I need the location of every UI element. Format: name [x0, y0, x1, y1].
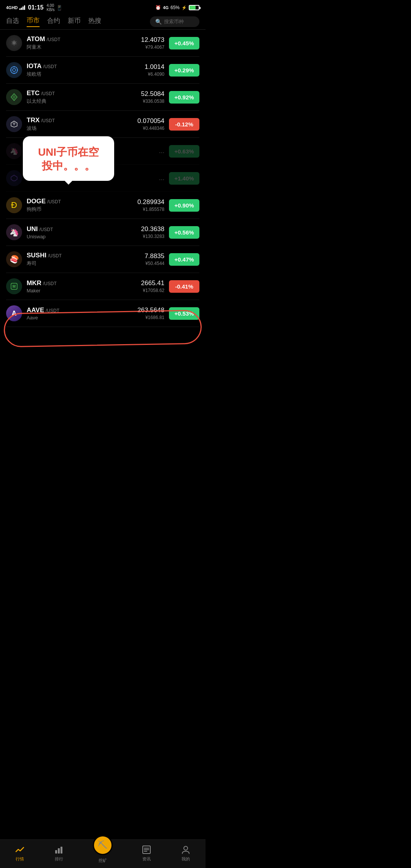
trx-prices: 0.070054 ¥0.448346 — [137, 117, 164, 131]
sushi-icon: 🍣 — [6, 251, 22, 267]
tooltip-bubble: UNI子币在空 投中。。。 — [23, 136, 114, 181]
uni-partial-icon: 🦄 — [6, 143, 22, 159]
doge-pair: /USDT — [47, 199, 61, 204]
tab-trending[interactable]: 热搜 — [88, 16, 101, 27]
coin-list: UNI子币在空 投中。。。 ⚛ ATOM /USDT 阿童木 12.4073 ¥… — [0, 30, 206, 327]
uni-change: +0.56% — [169, 226, 199, 239]
trx-fullname: 波场 — [27, 125, 137, 132]
trx-symbol: TRX — [27, 116, 40, 124]
doge-symbol: DOGE — [27, 198, 46, 205]
atom-pair: /USDT — [46, 37, 60, 42]
trx-change: -0.12% — [169, 118, 199, 131]
bolt-icon: ⚡ — [182, 5, 187, 10]
tooltip-line2: 投中。。。 — [34, 159, 103, 173]
etc-price: 52.5084 — [141, 90, 164, 98]
aave-cny: ¥1686.81 — [137, 315, 164, 320]
sim-icon: 📱 — [56, 5, 62, 11]
etc-pair: /USDT — [41, 91, 55, 96]
search-placeholder: 搜索币种 — [164, 18, 184, 25]
atom-price: 12.4073 — [141, 36, 164, 44]
sushi-pair: /USDT — [48, 253, 62, 258]
iota-prices: 1.0014 ¥6.4090 — [145, 63, 164, 77]
etc-prices: 52.5084 ¥336.0538 — [141, 90, 164, 104]
coin-row-atom[interactable]: ⚛ ATOM /USDT 阿童木 12.4073 ¥79.4067 +0.45% — [6, 30, 199, 57]
status-bar: 4GHD 01:15 4.00KB/s 📱 ⏰ 4G 65% ⚡ — [0, 0, 206, 14]
uni-prices: 20.3638 ¥130.3283 — [141, 225, 164, 239]
matic-partial-icon — [6, 170, 22, 186]
uni-pair: /USDT — [39, 227, 53, 232]
coin-row-iota[interactable]: IOTA /USDT 埃欧塔 1.0014 ¥6.4090 +0.29% — [6, 57, 199, 84]
etc-icon — [6, 89, 22, 105]
doge-change: +0.90% — [169, 199, 199, 212]
aave-icon: A — [6, 305, 22, 321]
status-right: ⏰ 4G 65% ⚡ — [155, 5, 199, 10]
uni-partial-change: +0.63% — [169, 145, 199, 158]
doge-price: 0.289934 — [137, 198, 164, 206]
iota-cny: ¥6.4090 — [145, 72, 164, 77]
search-icon: 🔍 — [155, 19, 162, 25]
tab-market[interactable]: 币市 — [27, 16, 40, 27]
coin-row-trx[interactable]: TRX /USDT 波场 0.070054 ¥0.448346 -0.12% — [6, 111, 199, 138]
etc-change: +0.92% — [169, 91, 199, 104]
uni-price: 20.3638 — [141, 225, 164, 233]
doge-prices: 0.289934 ¥1.855578 — [137, 198, 164, 212]
status-left: 4GHD 01:15 4.00KB/s 📱 — [6, 3, 62, 12]
trx-cny: ¥0.448346 — [137, 126, 164, 131]
time: 01:15 — [28, 4, 44, 11]
aave-symbol: AAVE — [27, 306, 44, 314]
mkr-info: MKR /USDT Maker — [27, 279, 141, 294]
tab-watchlist[interactable]: 自选 — [6, 16, 19, 27]
speed: 4.00KB/s — [46, 3, 54, 12]
sushi-cny: ¥50.4544 — [145, 261, 164, 266]
mkr-symbol: MKR — [27, 279, 41, 287]
atom-symbol: ATOM — [27, 35, 45, 43]
svg-point-1 — [13, 69, 16, 72]
mkr-prices: 2665.41 ¥17058.62 — [141, 279, 164, 293]
coin-row-uni[interactable]: 🦄 UNI /USDT Uniswap 20.3638 ¥130.3283 +0… — [6, 219, 199, 246]
sushi-info: SUSHI /USDT 寿司 — [27, 252, 145, 267]
atom-icon: ⚛ — [6, 35, 22, 51]
etc-info: ETC /USDT 以太经典 — [27, 89, 141, 105]
coin-row-sushi[interactable]: 🍣 SUSHI /USDT 寿司 7.8835 ¥50.4544 +0.47% — [6, 246, 199, 273]
doge-cny: ¥1.855578 — [137, 207, 164, 212]
doge-icon: Ð — [6, 197, 22, 213]
coin-row-doge[interactable]: Ð DOGE /USDT 狗狗币 0.289934 ¥1.855578 +0.9… — [6, 192, 199, 219]
etc-fullname: 以太经典 — [27, 98, 141, 105]
uni-symbol: UNI — [27, 225, 38, 233]
uni-icon: 🦄 — [6, 224, 22, 240]
svg-point-5 — [17, 70, 18, 71]
sushi-symbol: SUSHI — [27, 252, 46, 259]
atom-prices: 12.4073 ¥79.4067 — [141, 36, 164, 50]
trx-info: TRX /USDT 波场 — [27, 116, 137, 132]
coin-row-mkr[interactable]: M MKR /USDT Maker 2665.41 ¥17058.62 -0.4… — [6, 273, 199, 300]
mkr-change: -0.41% — [169, 280, 199, 293]
network-type: 4GHD — [6, 5, 18, 10]
battery-fill — [190, 6, 196, 10]
iota-symbol: IOTA — [27, 62, 41, 70]
search-box[interactable]: 🔍 搜索币种 — [150, 16, 199, 27]
coin-row-etc[interactable]: ETC /USDT 以太经典 52.5084 ¥336.0538 +0.92% — [6, 84, 199, 111]
tooltip-line1: UNI子币在空 — [34, 145, 103, 159]
tab-newcoins[interactable]: 新币 — [68, 16, 81, 27]
mkr-fullname: Maker — [27, 288, 141, 294]
iota-fullname: 埃欧塔 — [27, 71, 145, 78]
matic-partial-prices: ... — [159, 174, 164, 182]
atom-change: +0.45% — [169, 37, 199, 49]
matic-partial-price: ... — [159, 174, 164, 182]
tab-futures[interactable]: 合约 — [47, 16, 60, 27]
iota-change: +0.29% — [169, 64, 199, 77]
sushi-fullname: 寿司 — [27, 260, 145, 267]
coin-row-aave[interactable]: A AAVE /USDT Aave 263.5648 ¥1686.81 +0.5… — [6, 300, 199, 327]
atom-info: ATOM /USDT 阿童木 — [27, 35, 141, 51]
svg-point-2 — [14, 66, 15, 67]
atom-fullname: 阿童木 — [27, 44, 141, 51]
iota-icon — [6, 62, 22, 78]
sushi-price: 7.8835 — [145, 252, 164, 260]
lte-label: 4G — [163, 5, 169, 10]
nav-tabs: 自选 币市 合约 新币 热搜 🔍 搜索币种 — [0, 14, 206, 30]
uni-fullname: Uniswap — [27, 234, 141, 239]
mkr-pair: /USDT — [43, 281, 57, 286]
doge-info: DOGE /USDT 狗狗币 — [27, 198, 137, 213]
svg-point-3 — [14, 73, 15, 74]
battery-percent: 65% — [170, 5, 180, 10]
